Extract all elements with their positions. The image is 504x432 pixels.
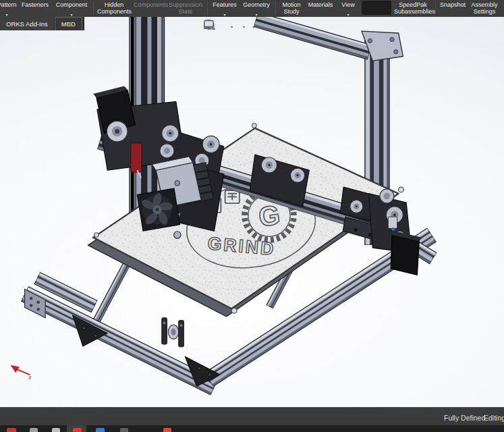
ribbon-group-separator xyxy=(435,1,436,16)
ribbon-button-component[interactable]: Component▾ xyxy=(52,0,91,17)
taskbar-icon-2[interactable] xyxy=(30,428,38,432)
ribbon-group-separator xyxy=(275,1,276,16)
apply-scene-icon[interactable]: ▾ xyxy=(242,20,245,33)
ribbon-button-fasteners[interactable]: Fasteners xyxy=(18,0,52,17)
frame-top-crossbar xyxy=(254,17,372,59)
taskbar-icon-1[interactable] xyxy=(7,428,16,432)
endstop-switch xyxy=(131,143,142,172)
ribbon-button-pattern[interactable]: Pattern▾ xyxy=(0,0,18,17)
status-bar: Fully Defined Editing Assembly xyxy=(0,407,504,426)
taskbar-icon-3[interactable] xyxy=(52,428,60,432)
dropdown-caret-icon: ▾ xyxy=(240,13,273,17)
ribbon-button-motion-study[interactable]: Motion Study xyxy=(278,0,305,17)
ribbon-button-geometry[interactable]: Geometry▾ xyxy=(240,0,273,17)
base-rail-front-left xyxy=(22,287,218,395)
dropdown-caret-icon[interactable]: ▾ xyxy=(231,24,233,29)
windows-taskbar xyxy=(0,425,504,432)
z-stepper-motor xyxy=(391,235,419,275)
ribbon-button-view[interactable]: View▾ xyxy=(336,0,360,17)
taskbar-icon-7[interactable] xyxy=(163,428,171,432)
dropdown-caret-icon: ▾ xyxy=(0,13,18,17)
z-coupler xyxy=(388,217,397,228)
svg-text:G: G xyxy=(256,200,281,233)
ribbon-empty-slot[interactable] xyxy=(362,1,391,15)
cooling-fan xyxy=(137,188,179,231)
model-canvas: G GRIND xyxy=(0,17,504,407)
graphics-viewport[interactable]: G GRIND xyxy=(0,17,504,407)
heads-up-view-toolbar: ▾▾▾ xyxy=(203,19,254,34)
dropdown-caret-icon: ▾ xyxy=(336,13,360,17)
tab-mbd[interactable]: MBD xyxy=(55,17,82,30)
belt-tensioner xyxy=(162,318,184,347)
ribbon-button-assembly-settings[interactable]: Assembly Settings xyxy=(468,0,501,17)
command-manager-ribbon: Pattern▾FastenersComponent▾Hidden Compon… xyxy=(0,0,504,17)
ribbon-button-speedpak-subassemblies[interactable]: SpeedPak Subassemblies xyxy=(393,0,433,17)
solidworks-window: Pattern▾FastenersComponent▾Hidden Compon… xyxy=(0,0,504,432)
status-editing-assembly: Editing Assembly xyxy=(484,414,504,422)
ribbon-group-separator xyxy=(93,1,94,16)
dropdown-caret-icon: ▾ xyxy=(210,13,240,17)
dropdown-caret-icon[interactable]: ▾ xyxy=(252,24,254,29)
hide-show-items-icon[interactable]: ▾ xyxy=(230,20,233,33)
origin-triad-x-axis: x xyxy=(10,365,32,381)
dropdown-caret-icon: ▾ xyxy=(52,13,91,17)
taskbar-icon-4[interactable] xyxy=(73,428,82,432)
ribbon-button-features[interactable]: Features▾ xyxy=(210,0,240,17)
ribbon-button-suppression-state: Suppression State xyxy=(166,0,205,17)
ribbon-button-components: Components xyxy=(132,0,166,17)
status-fully-defined: Fully Defined xyxy=(444,414,485,422)
ribbon-group-separator xyxy=(207,1,208,16)
dropdown-caret-icon[interactable]: ▾ xyxy=(243,24,245,29)
taskbar-icon-6[interactable] xyxy=(120,428,128,432)
taskbar-icon-5[interactable] xyxy=(96,428,105,432)
view-settings-icon[interactable]: ▾ xyxy=(252,20,254,33)
ribbon-button-snapshot[interactable]: Snapshot xyxy=(438,0,468,17)
ribbon-button-materials[interactable]: Materials xyxy=(305,0,336,17)
tab-solidworks-add-ins[interactable]: ORKS Add-Ins xyxy=(0,17,55,30)
ribbon-button-hidden-components[interactable]: Hidden Components xyxy=(96,0,132,17)
svg-text:x: x xyxy=(28,374,32,381)
command-manager-tabstrip: ORKS Add-Ins MBD xyxy=(0,17,84,30)
